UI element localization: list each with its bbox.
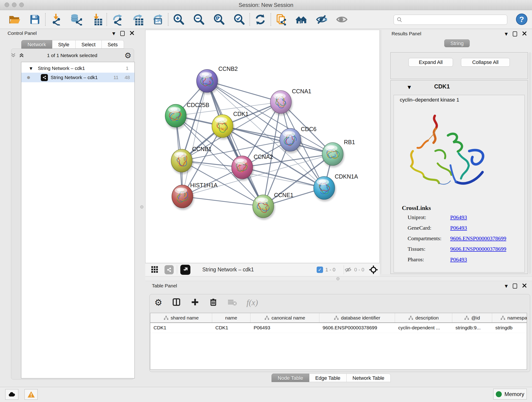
column-header-@id[interactable]: @id <box>452 313 492 322</box>
memory-label: Memory <box>505 391 525 397</box>
help-button[interactable]: ? <box>516 13 527 25</box>
left-splitter-handle[interactable] <box>140 205 143 209</box>
results-close-icon[interactable] <box>522 31 527 37</box>
network-node-CCNB1[interactable]: CCNB1 <box>171 146 212 174</box>
create-column-plus-icon[interactable] <box>191 298 199 307</box>
crosslink-link[interactable]: 9606.ENSP00000378699 <box>450 246 506 252</box>
column-header-description[interactable]: description <box>395 313 452 322</box>
tab-network-table[interactable]: Network Table <box>347 374 391 382</box>
gene-description: cyclin–dependent kinase 1 <box>400 97 459 103</box>
results-collapse-icon[interactable]: ▼ <box>505 32 508 36</box>
table-collapse-icon[interactable]: ▼ <box>505 284 508 288</box>
column-header-shared-name[interactable]: shared name <box>150 313 212 322</box>
warnings-button[interactable] <box>25 389 38 400</box>
crosslink-label: Tissues: <box>408 246 425 252</box>
network-birdseye-toggle-icon[interactable] <box>165 265 174 274</box>
duplicate-network-icon <box>275 13 287 26</box>
zoom-out-button[interactable] <box>192 13 205 26</box>
network-node-CCNE1[interactable]: CCNE1 <box>253 192 293 220</box>
panel-collapse-icon[interactable]: ▼ <box>112 31 115 36</box>
crosslink-label: Compartments: <box>408 235 442 242</box>
column-header-database-identifier[interactable]: database identifier <box>319 313 395 322</box>
crosslink-link[interactable]: 9606.ENSP00000378699 <box>450 235 506 242</box>
tab-select[interactable]: Select <box>76 40 102 49</box>
hide-unselected-button[interactable] <box>315 13 328 26</box>
search-input[interactable] <box>403 17 501 23</box>
memory-button[interactable]: Memory <box>493 389 527 400</box>
import-table-from-file-button[interactable] <box>90 13 103 26</box>
tab-network[interactable]: Network <box>21 40 52 49</box>
zoom-fit-button[interactable] <box>213 13 225 26</box>
network-options-gear-icon[interactable]: ⚙ <box>124 51 131 60</box>
export-image-button[interactable] <box>151 13 164 26</box>
gene-section-collapse-icon[interactable]: ▼ <box>408 85 411 89</box>
expand-all-networks-icon[interactable] <box>19 52 25 59</box>
zoom-in-icon <box>173 13 185 26</box>
crosslink-link[interactable]: P06493 <box>450 225 467 231</box>
show-columns-icon[interactable] <box>172 298 181 307</box>
cloud-status-button[interactable] <box>5 389 18 400</box>
network-edge[interactable] <box>182 81 207 196</box>
export-table-button[interactable] <box>131 13 144 26</box>
crosslink-link[interactable]: P06493 <box>450 256 467 263</box>
network-node-CDC6[interactable]: CDC6 <box>280 126 317 153</box>
expand-all-button[interactable]: Expand All <box>409 58 453 67</box>
open-file-button[interactable] <box>8 13 21 26</box>
selected-indicator-checkbox[interactable]: ✓ <box>317 267 323 273</box>
column-network-icon <box>408 316 413 320</box>
network-collection-row[interactable]: ▼ String Network – cdk1 1 <box>21 64 134 73</box>
import-network-from-file-button[interactable] <box>50 13 62 26</box>
collection-expand-icon[interactable]: ▼ <box>30 66 32 70</box>
export-network-button[interactable] <box>111 13 124 26</box>
network-edge[interactable] <box>182 196 263 206</box>
control-panel: Control Panel ▼ NetworkStyleSelectSets 1… <box>3 30 136 385</box>
results-scrollbar[interactable] <box>529 52 531 274</box>
table-float-icon[interactable] <box>513 283 517 288</box>
network-node-CDKN1A[interactable]: CDKN1A <box>314 173 358 201</box>
column-header-canonical-name[interactable]: canonical name <box>250 313 319 322</box>
network-row-selected[interactable]: String Network – cdk1 11 48 <box>21 73 134 82</box>
tab-node-table[interactable]: Node Table <box>272 374 309 382</box>
crosslink-link[interactable]: P06493 <box>450 214 467 220</box>
table-cell: cyclin-dependent ... <box>395 323 452 333</box>
save-session-button[interactable] <box>28 13 41 26</box>
collapse-all-networks-icon[interactable] <box>10 52 16 59</box>
zoom-in-button[interactable] <box>172 13 185 26</box>
zoom-fit-icon <box>213 13 225 26</box>
crosslink-label: Pharos: <box>408 256 424 263</box>
grid-view-icon[interactable] <box>150 265 158 274</box>
refresh-view-button[interactable] <box>254 13 267 26</box>
search-input-wrap <box>394 15 507 25</box>
collapse-all-button[interactable]: Collapse All <box>461 58 510 67</box>
panel-close-icon[interactable] <box>130 31 134 36</box>
fit-content-crosshair-icon[interactable] <box>369 265 378 275</box>
open-in-new-window-icon[interactable] <box>180 265 190 275</box>
network-node-RB1[interactable]: RB1 <box>322 139 355 167</box>
current-network-dot-icon <box>27 76 30 79</box>
panel-float-icon[interactable] <box>120 31 125 36</box>
network-node-CDK1[interactable]: CDK1 <box>212 111 249 140</box>
zoom-selected-button[interactable] <box>233 13 246 26</box>
tab-sets[interactable]: Sets <box>102 40 124 49</box>
table-cell: P06493 <box>250 323 319 333</box>
home-button[interactable] <box>295 13 308 26</box>
tab-edge-table[interactable]: Edge Table <box>309 374 347 382</box>
network-view-canvas[interactable]: CCNB2 CCNA1 CDC25B CDK1 <box>145 30 380 263</box>
tab-style[interactable]: Style <box>52 40 76 49</box>
delete-table-icon <box>227 298 237 307</box>
delete-column-trash-icon[interactable] <box>209 298 218 307</box>
column-header-name[interactable]: name <box>212 313 250 322</box>
table-row[interactable]: CDK1CDK1P064939606.ENSP00000378699cyclin… <box>150 323 527 333</box>
column-header-namespac[interactable]: namespac <box>492 313 527 322</box>
tab-string[interactable]: String <box>444 39 470 47</box>
horizontal-splitter-handle[interactable] <box>336 277 340 280</box>
table-options-gear-icon[interactable]: ⚙ <box>154 298 162 307</box>
duplicate-network-button[interactable] <box>275 13 288 26</box>
show-graphics-details-button[interactable] <box>336 13 348 26</box>
toolbar-divider <box>271 13 271 26</box>
table-close-icon[interactable] <box>522 283 527 289</box>
results-float-icon[interactable] <box>513 32 517 36</box>
import-network-from-database-button[interactable] <box>70 13 82 26</box>
horizontal-splitter[interactable] <box>145 276 532 281</box>
network-node-HIST1H1A[interactable]: HIST1H1A <box>172 182 218 210</box>
